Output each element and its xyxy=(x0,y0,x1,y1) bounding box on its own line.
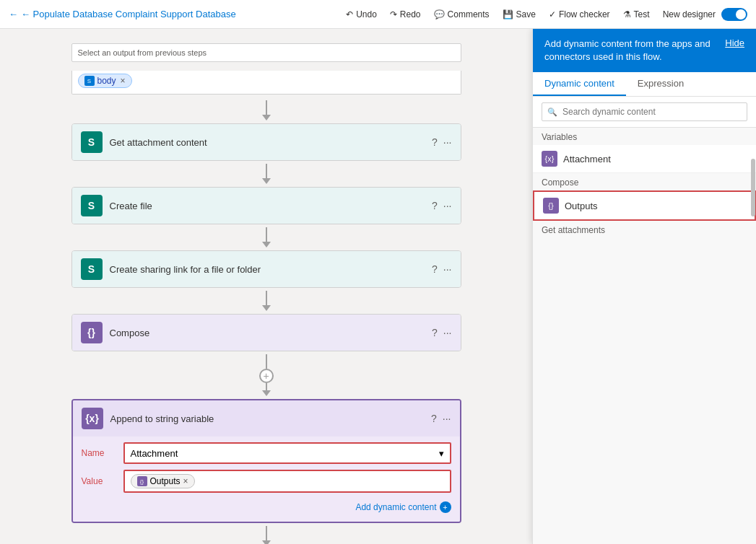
help-icon-3[interactable]: ? xyxy=(432,263,438,275)
connector-line xyxy=(266,100,267,115)
step-create-file-header[interactable]: S Create file ? ··· xyxy=(72,188,461,224)
step-create-sharing-link-icon: S xyxy=(81,258,103,280)
save-button[interactable]: 💾 Save xyxy=(497,6,542,22)
step-get-attachment-header[interactable]: S Get attachment content ? ··· xyxy=(72,124,461,160)
more-icon-2[interactable]: ··· xyxy=(443,200,452,211)
value-field-label: Value xyxy=(82,476,118,486)
flow-title: ← Populate Database Complaint Support Da… xyxy=(21,9,236,19)
value-field-row: Value {} Outputs × xyxy=(82,470,451,493)
step-create-file-title: Create file xyxy=(110,201,425,211)
connector-2 xyxy=(262,161,271,187)
connector-1 xyxy=(262,97,271,123)
compose-section: Compose {} Outputs xyxy=(533,173,756,221)
back-button[interactable]: ← ← Populate Database Complaint Support … xyxy=(9,9,236,19)
connector-arrow xyxy=(262,115,271,120)
connector-6 xyxy=(262,523,271,544)
get-attachments-section: Get attachments xyxy=(533,221,756,238)
step-body: Name Attachment ▾ Value xyxy=(73,436,460,522)
chevron-down-icon: ▾ xyxy=(439,448,444,459)
outputs-tag-icon: {} xyxy=(137,476,147,486)
help-icon[interactable]: ? xyxy=(432,136,438,148)
topbar-actions: ↶ Undo ↷ Redo 💬 Comments 💾 Save ✓ Flow c… xyxy=(340,6,747,22)
attachment-variable-label: Attachment xyxy=(563,154,611,164)
more-icon[interactable]: ··· xyxy=(443,136,452,148)
comments-icon: 💬 xyxy=(434,9,445,19)
step-create-sharing-link-header[interactable]: S Create sharing link for a file or fold… xyxy=(72,251,461,287)
step-append-string: {x} Append to string variable ? ··· Name… xyxy=(71,399,461,523)
topbar: ← ← Populate Database Complaint Support … xyxy=(0,0,756,29)
new-designer-toggle[interactable] xyxy=(721,8,747,21)
comments-button[interactable]: 💬 Comments xyxy=(428,6,495,22)
step-append-string-icon: {x} xyxy=(82,408,103,429)
outputs-tag-remove[interactable]: × xyxy=(183,476,188,486)
scrollbar-thumb[interactable] xyxy=(751,159,755,216)
panel-tabs: Dynamic content Expression xyxy=(533,72,756,97)
value-field-wrap: {} Outputs × xyxy=(123,470,451,493)
outputs-item-label: Outputs xyxy=(565,201,598,211)
panel-content: Variables {x} Attachment Compose {} Outp… xyxy=(533,128,756,544)
panel-header: Add dynamic content from the apps and co… xyxy=(533,29,756,72)
variables-section: Variables {x} Attachment xyxy=(533,128,756,173)
body-tag-chip: S body × xyxy=(78,74,132,88)
more-icon-5[interactable]: ··· xyxy=(443,413,451,424)
name-field-wrap: Attachment ▾ xyxy=(123,442,451,464)
step-compose-title: Compose xyxy=(110,328,425,338)
redo-icon: ↷ xyxy=(390,9,397,19)
connector-5: + xyxy=(259,351,274,399)
add-dynamic-content[interactable]: Add dynamic content + xyxy=(82,499,451,513)
test-button[interactable]: ⚗ Test xyxy=(617,6,656,22)
redo-button[interactable]: ↷ Redo xyxy=(384,6,427,22)
outputs-tag-chip: {} Outputs × xyxy=(131,474,195,488)
search-wrap xyxy=(542,102,747,121)
step-compose-header[interactable]: {} Compose ? ··· xyxy=(72,315,461,351)
more-icon-3[interactable]: ··· xyxy=(443,263,452,275)
back-arrow-icon: ← xyxy=(9,9,18,19)
more-icon-4[interactable]: ··· xyxy=(443,327,452,338)
step-actions: ? ··· xyxy=(432,136,451,148)
flow-checker-icon: ✓ xyxy=(549,9,556,19)
undo-button[interactable]: ↶ Undo xyxy=(340,6,383,22)
name-select[interactable]: Attachment ▾ xyxy=(123,442,451,464)
add-dynamic-icon: + xyxy=(440,501,451,513)
outputs-item[interactable]: {} Outputs xyxy=(533,190,756,221)
body-tag-area: S body × xyxy=(71,71,461,95)
panel-search-area xyxy=(533,97,756,128)
tab-expression[interactable]: Expression xyxy=(626,72,695,96)
help-icon-5[interactable]: ? xyxy=(431,413,437,424)
get-attachments-section-label: Get attachments xyxy=(533,221,756,238)
new-designer-label: New designer xyxy=(663,9,716,19)
flow-checker-button[interactable]: ✓ Flow checker xyxy=(543,6,616,22)
attachment-variable-item[interactable]: {x} Attachment xyxy=(533,145,756,173)
search-input[interactable] xyxy=(542,102,747,121)
hide-panel-button[interactable]: Hide xyxy=(725,38,744,48)
step-get-attachment: S Get attachment content ? ··· xyxy=(71,123,461,161)
step-compose: {} Compose ? ··· xyxy=(71,314,461,351)
name-select-value: Attachment xyxy=(131,448,178,459)
connector-3 xyxy=(262,224,271,250)
canvas: Select an output from previous steps S b… xyxy=(0,29,532,544)
tab-dynamic-content[interactable]: Dynamic content xyxy=(533,72,626,96)
attachment-variable-icon: {x} xyxy=(542,151,557,167)
step-append-string-title: Append to string variable xyxy=(110,413,425,424)
outputs-item-icon: {} xyxy=(543,198,559,214)
step-append-string-header[interactable]: {x} Append to string variable ? ··· xyxy=(73,400,460,436)
step-create-file-icon: S xyxy=(81,195,103,216)
step-get-attachment-icon: S xyxy=(81,131,103,153)
add-step-connector[interactable]: + xyxy=(259,369,274,383)
test-icon: ⚗ xyxy=(623,9,631,19)
step-get-attachment-title: Get attachment content xyxy=(110,137,425,148)
scrollbar-track xyxy=(750,115,756,544)
help-icon-2[interactable]: ? xyxy=(432,200,438,211)
flow-container: Select an output from previous steps S b… xyxy=(71,43,461,544)
body-tag-remove[interactable]: × xyxy=(121,76,126,86)
body-tag-icon: S xyxy=(84,76,95,86)
outputs-tag-label: Outputs xyxy=(150,476,181,486)
top-input-area: Select an output from previous steps S b… xyxy=(71,43,461,95)
variables-section-label: Variables xyxy=(533,128,756,145)
panel-header-text: Add dynamic content from the apps and co… xyxy=(544,38,719,63)
value-input-box[interactable]: {} Outputs × xyxy=(123,470,451,493)
help-icon-4[interactable]: ? xyxy=(432,327,438,338)
step-create-sharing-link-title: Create sharing link for a file or folder xyxy=(110,264,425,275)
step-create-file: S Create file ? ··· xyxy=(71,187,461,224)
save-icon: 💾 xyxy=(503,9,513,19)
